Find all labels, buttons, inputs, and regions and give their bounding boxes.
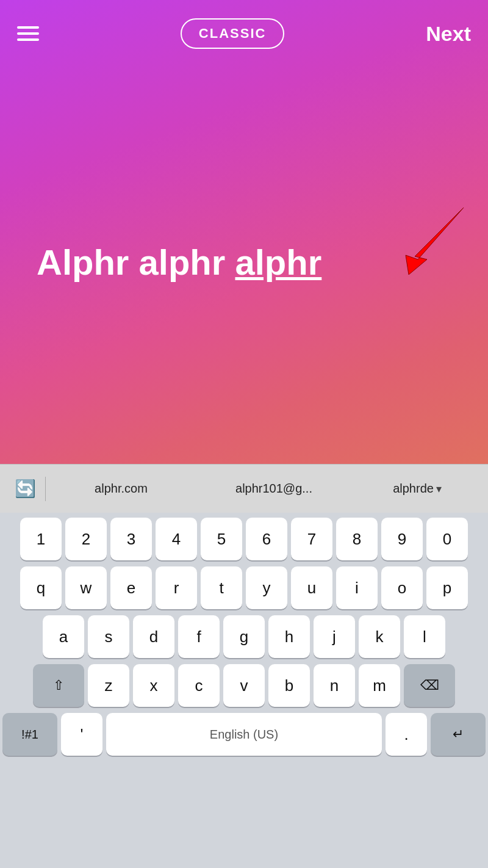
key-4[interactable]: 4: [156, 518, 197, 560]
next-button[interactable]: Next: [426, 22, 471, 46]
autocomplete-suggestion-3: alphrde: [393, 482, 434, 496]
key-9[interactable]: 9: [381, 518, 423, 560]
key-c[interactable]: c: [178, 664, 220, 707]
text-part1: Alphr alphr: [37, 242, 235, 282]
autocomplete-bar: 🔄 alphr.com alphr101@g... alphrde ▾: [0, 464, 488, 513]
key-s[interactable]: s: [88, 615, 129, 658]
autocomplete-icon[interactable]: 🔄: [10, 474, 40, 504]
asdf-row: a s d f g h j k l: [2, 615, 486, 658]
keyboard-area: 1 2 3 4 5 6 7 8 9 0 q w e r t y u i o p …: [0, 513, 488, 868]
chevron-down-icon: ▾: [436, 482, 442, 496]
key-p[interactable]: p: [426, 566, 468, 609]
key-k[interactable]: k: [359, 615, 400, 658]
key-u[interactable]: u: [291, 566, 332, 609]
apostrophe-key[interactable]: ': [61, 713, 102, 756]
key-q[interactable]: q: [20, 566, 62, 609]
key-f[interactable]: f: [178, 615, 220, 658]
shift-key[interactable]: ⇧: [33, 664, 84, 707]
menu-icon[interactable]: [17, 26, 39, 41]
bottom-row: !#1 ' English (US) . ↵: [2, 713, 486, 756]
key-r[interactable]: r: [156, 566, 197, 609]
qwerty-row: q w e r t y u i o p: [2, 566, 486, 609]
key-6[interactable]: 6: [246, 518, 287, 560]
key-x[interactable]: x: [133, 664, 174, 707]
key-1[interactable]: 1: [20, 518, 62, 560]
svg-marker-0: [406, 208, 464, 275]
key-7[interactable]: 7: [291, 518, 332, 560]
special-key[interactable]: !#1: [2, 713, 57, 756]
key-z[interactable]: z: [88, 664, 129, 707]
zxcv-row: ⇧ z x c v b n m ⌫: [2, 664, 486, 707]
key-v[interactable]: v: [223, 664, 265, 707]
header: CLASSIC Next: [0, 0, 488, 61]
return-key[interactable]: ↵: [431, 713, 486, 756]
key-t[interactable]: t: [201, 566, 242, 609]
key-h[interactable]: h: [268, 615, 310, 658]
next-label: Next: [426, 22, 471, 45]
autocomplete-expand[interactable]: alphrde ▾: [393, 482, 442, 496]
key-5[interactable]: 5: [201, 518, 242, 560]
classic-label: CLASSIC: [199, 26, 267, 41]
text-part2-underlined: alphr: [235, 242, 321, 282]
key-y[interactable]: y: [246, 566, 287, 609]
key-d[interactable]: d: [133, 615, 174, 658]
autocomplete-suggestion-2[interactable]: alphr101@g...: [228, 477, 320, 501]
key-2[interactable]: 2: [65, 518, 107, 560]
key-i[interactable]: i: [336, 566, 378, 609]
key-w[interactable]: w: [65, 566, 107, 609]
key-8[interactable]: 8: [336, 518, 378, 560]
main-text-area: Alphr alphr alphr: [0, 61, 488, 464]
main-text[interactable]: Alphr alphr alphr: [37, 243, 321, 282]
key-e[interactable]: e: [110, 566, 152, 609]
autocomplete-suggestion-1[interactable]: alphr.com: [87, 477, 155, 501]
number-row: 1 2 3 4 5 6 7 8 9 0: [2, 518, 486, 560]
key-n[interactable]: n: [314, 664, 355, 707]
key-3[interactable]: 3: [110, 518, 152, 560]
autocomplete-suggestions: alphr.com alphr101@g... alphrde ▾: [51, 477, 478, 501]
gradient-area: CLASSIC Next Alphr alphr alphr: [0, 0, 488, 464]
key-m[interactable]: m: [359, 664, 400, 707]
red-arrow-icon: [396, 201, 470, 275]
autocomplete-divider: [45, 477, 46, 501]
arrow-container: [396, 201, 470, 277]
period-key[interactable]: .: [386, 713, 427, 756]
key-b[interactable]: b: [268, 664, 310, 707]
app-container: CLASSIC Next Alphr alphr alphr 🔄: [0, 0, 488, 868]
key-0[interactable]: 0: [426, 518, 468, 560]
key-g[interactable]: g: [223, 615, 265, 658]
key-a[interactable]: a: [43, 615, 84, 658]
delete-key[interactable]: ⌫: [404, 664, 455, 707]
key-o[interactable]: o: [381, 566, 423, 609]
key-j[interactable]: j: [314, 615, 355, 658]
key-l[interactable]: l: [404, 615, 445, 658]
space-key[interactable]: English (US): [106, 713, 382, 756]
classic-badge[interactable]: CLASSIC: [181, 18, 285, 49]
